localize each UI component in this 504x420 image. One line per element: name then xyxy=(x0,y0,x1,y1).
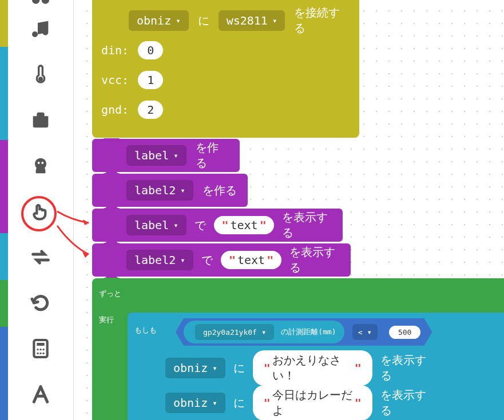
gnd-input[interactable]: 2 xyxy=(138,101,163,119)
din-label: din: xyxy=(101,43,129,57)
ni-text: に xyxy=(233,395,245,411)
show-label-text-block[interactable]: label で "text" を表示する xyxy=(92,209,343,242)
category-pointer-icon[interactable] xyxy=(8,189,73,234)
text-input[interactable]: "text" xyxy=(221,251,282,269)
category-music-icon[interactable] xyxy=(8,6,73,51)
label-ni: に xyxy=(198,13,209,29)
label2-dropdown[interactable]: label2 xyxy=(126,250,193,270)
category-dashboard-icon[interactable] xyxy=(8,0,73,6)
category-text-icon[interactable] xyxy=(8,371,73,417)
sensor-dropdown[interactable]: gp2y0a21yk0f xyxy=(195,324,274,340)
svg-point-11 xyxy=(37,353,38,354)
category-toolbox-icon[interactable] xyxy=(8,97,73,143)
ws2811-dropdown[interactable]: ws2811 xyxy=(219,10,285,31)
show-text: を表示する xyxy=(282,210,332,241)
obniz-dropdown[interactable]: obniz xyxy=(165,393,225,413)
color-category-bar xyxy=(0,0,8,420)
svg-point-4 xyxy=(38,162,40,164)
show-text: を表示する xyxy=(289,245,340,275)
forever-loop-block[interactable]: ずっと 実行 もしも gp2y0a21yk0f の計測距離(mm) < 500 … xyxy=(92,278,504,420)
distance-label: の計測距離(mm) xyxy=(281,327,336,337)
svg-rect-7 xyxy=(37,343,44,346)
show-text: を表示する xyxy=(380,353,432,383)
label-connect: を接続する xyxy=(294,5,350,36)
gnd-label: gnd: xyxy=(101,103,129,117)
make-label2-block[interactable]: label2 を作る xyxy=(92,174,248,207)
de-text: で xyxy=(201,253,213,268)
condition-block[interactable]: gp2y0a21yk0f の計測距離(mm) < 500 xyxy=(176,318,432,346)
exec-label: 実行 xyxy=(99,315,114,325)
svg-point-5 xyxy=(41,162,43,164)
label2-dropdown[interactable]: label2 xyxy=(126,180,193,201)
svg-point-12 xyxy=(39,353,41,354)
vcc-input[interactable]: 1 xyxy=(138,71,163,89)
category-temperature-icon[interactable] xyxy=(8,51,73,97)
display-msg2-block[interactable]: obniz に "今日はカレーだよ" を表示する xyxy=(139,386,442,419)
obniz-dropdown[interactable]: obniz xyxy=(165,358,225,378)
de-text: で xyxy=(195,218,206,233)
if-block[interactable]: もしも gp2y0a21yk0f の計測距離(mm) < 500 obniz に… xyxy=(128,313,504,420)
sensor-reading-block[interactable]: gp2y0a21yk0f の計測距離(mm) xyxy=(184,321,344,343)
if-label: もしも xyxy=(134,325,157,335)
category-calculator-icon[interactable] xyxy=(8,326,73,371)
display-msg1-block[interactable]: obniz に "おかえりなさい！" を表示する xyxy=(139,351,442,385)
msg1-input[interactable]: "おかえりなさい！" xyxy=(253,350,372,386)
svg-point-2 xyxy=(38,77,43,81)
make-text: を作る xyxy=(203,183,237,198)
svg-point-8 xyxy=(37,349,38,350)
label-dropdown[interactable]: label xyxy=(126,215,186,235)
category-robot-icon[interactable] xyxy=(8,143,73,189)
text-input[interactable]: "text" xyxy=(214,216,275,234)
show-text: を表示する xyxy=(380,387,432,418)
category-sidebar xyxy=(8,0,74,420)
connect-device-block[interactable]: obniz に ws2811 を接続する din: 0 vcc: 1 gnd: … xyxy=(92,0,359,138)
operator-dropdown[interactable]: < xyxy=(352,324,378,340)
make-label-block[interactable]: label を作る xyxy=(92,139,240,172)
block-canvas[interactable]: obniz に ws2811 を接続する din: 0 vcc: 1 gnd: … xyxy=(76,0,504,420)
vcc-label: vcc: xyxy=(101,73,129,87)
make-text: を作る xyxy=(196,140,229,171)
category-undo-icon[interactable] xyxy=(8,280,73,326)
ni-text: に xyxy=(233,361,245,376)
threshold-input[interactable]: 500 xyxy=(389,326,420,339)
svg-point-0 xyxy=(32,0,39,4)
forever-label: ずっと xyxy=(99,289,121,299)
category-transfer-icon[interactable] xyxy=(8,234,73,280)
svg-point-10 xyxy=(42,349,44,350)
svg-point-13 xyxy=(42,353,44,354)
msg2-input[interactable]: "今日はカレーだよ" xyxy=(253,385,372,420)
din-input[interactable]: 0 xyxy=(138,41,163,59)
obniz-dropdown[interactable]: obniz xyxy=(129,10,189,31)
svg-point-1 xyxy=(42,0,49,4)
show-label2-text-block[interactable]: label2 で "text" を表示する xyxy=(92,243,351,277)
label-dropdown[interactable]: label xyxy=(126,145,186,166)
svg-point-9 xyxy=(39,349,41,350)
